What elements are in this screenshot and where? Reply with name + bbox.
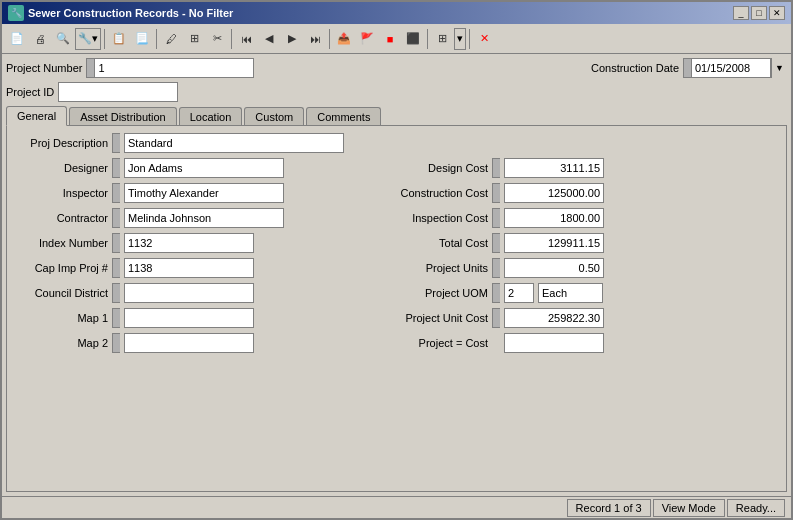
project-uom-label: Project UOM xyxy=(373,287,488,299)
proj-description-input[interactable] xyxy=(124,133,344,153)
next-button[interactable]: ▶ xyxy=(281,28,303,50)
design-cost-input[interactable] xyxy=(504,158,604,178)
designer-row: Designer xyxy=(13,157,363,179)
cap-imp-proj-input[interactable] xyxy=(124,258,254,278)
project-id-input[interactable] xyxy=(58,82,178,102)
cap-imp-proj-row: Cap Imp Proj # xyxy=(13,257,363,279)
project-id-row: Project ID xyxy=(6,82,787,102)
project-uom-input[interactable] xyxy=(504,283,534,303)
contractor-row: Contractor xyxy=(13,207,363,229)
app-icon: 🔧 xyxy=(8,5,24,21)
project-id-label: Project ID xyxy=(6,86,54,98)
list2-button[interactable]: 📃 xyxy=(131,28,153,50)
list-button[interactable]: 📋 xyxy=(108,28,130,50)
black-button[interactable]: ⬛ xyxy=(402,28,424,50)
council-district-label: Council District xyxy=(13,287,108,299)
map1-label: Map 1 xyxy=(13,312,108,324)
title-bar: 🔧 Sewer Construction Records - No Filter… xyxy=(2,2,791,24)
inspector-label: Inspector xyxy=(13,187,108,199)
main-window: 🔧 Sewer Construction Records - No Filter… xyxy=(0,0,793,520)
top-fields: Project Number Construction Date ▼ xyxy=(6,58,787,78)
inspection-cost-label: Inspection Cost xyxy=(373,212,488,224)
edit-button[interactable]: 🖊 xyxy=(160,28,182,50)
cap-imp-proj-label: Cap Imp Proj # xyxy=(13,262,108,274)
design-cost-marker xyxy=(492,158,500,178)
index-number-input[interactable] xyxy=(124,233,254,253)
dropdown2[interactable]: ▾ xyxy=(454,28,466,50)
record-status: Record 1 of 3 xyxy=(567,499,651,517)
grid2-button[interactable]: ⊞ xyxy=(431,28,453,50)
project-eq-cost-label: Project = Cost xyxy=(373,337,488,349)
prev-button[interactable]: ◀ xyxy=(258,28,280,50)
total-cost-input[interactable] xyxy=(504,233,604,253)
map1-row: Map 1 xyxy=(13,307,363,329)
form-grid: Designer Inspector Contractor xyxy=(13,157,780,492)
total-cost-marker xyxy=(492,233,500,253)
contractor-label: Contractor xyxy=(13,212,108,224)
project-number-label: Project Number xyxy=(6,62,82,74)
construction-date-arrow[interactable]: ▼ xyxy=(771,58,787,78)
inspector-marker xyxy=(112,183,120,203)
sep3 xyxy=(231,29,232,49)
inspection-cost-input[interactable] xyxy=(504,208,604,228)
construction-cost-row: Construction Cost xyxy=(373,182,780,204)
map1-input[interactable] xyxy=(124,308,254,328)
project-number-marker xyxy=(86,58,94,78)
council-district-input[interactable] xyxy=(124,283,254,303)
project-unit-cost-marker xyxy=(492,308,500,328)
last-button[interactable]: ⏭ xyxy=(304,28,326,50)
grid-button[interactable]: ⊞ xyxy=(183,28,205,50)
project-unit-cost-input[interactable] xyxy=(504,308,604,328)
map2-input[interactable] xyxy=(124,333,254,353)
sep4 xyxy=(329,29,330,49)
map1-marker xyxy=(112,308,120,328)
ready-status: Ready... xyxy=(727,499,785,517)
tab-general[interactable]: General xyxy=(6,106,67,126)
maximize-button[interactable]: □ xyxy=(751,6,767,20)
print-button[interactable]: 🖨 xyxy=(29,28,51,50)
tools-dropdown[interactable]: 🔧▾ xyxy=(75,28,101,50)
tab-asset-distribution[interactable]: Asset Distribution xyxy=(69,107,177,126)
search-button[interactable]: 🔍 xyxy=(52,28,74,50)
inspection-cost-marker xyxy=(492,208,500,228)
designer-input[interactable] xyxy=(124,158,284,178)
index-number-label: Index Number xyxy=(13,237,108,249)
construction-cost-input[interactable] xyxy=(504,183,604,203)
status-bar: Record 1 of 3 View Mode Ready... xyxy=(2,496,791,518)
project-eq-cost-input[interactable] xyxy=(504,333,604,353)
sep2 xyxy=(156,29,157,49)
cap-imp-marker xyxy=(112,258,120,278)
map2-label: Map 2 xyxy=(13,337,108,349)
export-button[interactable]: 📤 xyxy=(333,28,355,50)
cut-button[interactable]: ✂ xyxy=(206,28,228,50)
close-button[interactable]: ✕ xyxy=(769,6,785,20)
red-button[interactable]: ■ xyxy=(379,28,401,50)
minimize-button[interactable]: _ xyxy=(733,6,749,20)
flag-button[interactable]: 🚩 xyxy=(356,28,378,50)
window-title: Sewer Construction Records - No Filter xyxy=(28,7,233,19)
tab-comments[interactable]: Comments xyxy=(306,107,381,126)
designer-label: Designer xyxy=(13,162,108,174)
designer-marker xyxy=(112,158,120,178)
form-right: Design Cost Construction Cost Inspection… xyxy=(373,157,780,492)
sep5 xyxy=(427,29,428,49)
design-cost-row: Design Cost xyxy=(373,157,780,179)
construction-date-input[interactable] xyxy=(691,58,771,78)
project-uom-unit-input[interactable] xyxy=(538,283,603,303)
tab-custom[interactable]: Custom xyxy=(244,107,304,126)
tab-location[interactable]: Location xyxy=(179,107,243,126)
delete-button[interactable]: ✕ xyxy=(473,28,495,50)
inspector-row: Inspector xyxy=(13,182,363,204)
contractor-marker xyxy=(112,208,120,228)
form-left: Designer Inspector Contractor xyxy=(13,157,363,492)
project-eq-cost-row: Project = Cost xyxy=(373,332,780,354)
contractor-input[interactable] xyxy=(124,208,284,228)
inspector-input[interactable] xyxy=(124,183,284,203)
project-number-input[interactable] xyxy=(94,58,254,78)
proj-description-row: Proj Description xyxy=(13,132,780,154)
construction-date-group: Construction Date ▼ xyxy=(591,58,787,78)
first-button[interactable]: ⏮ xyxy=(235,28,257,50)
map2-row: Map 2 xyxy=(13,332,363,354)
project-units-input[interactable] xyxy=(504,258,604,278)
new-button[interactable]: 📄 xyxy=(6,28,28,50)
